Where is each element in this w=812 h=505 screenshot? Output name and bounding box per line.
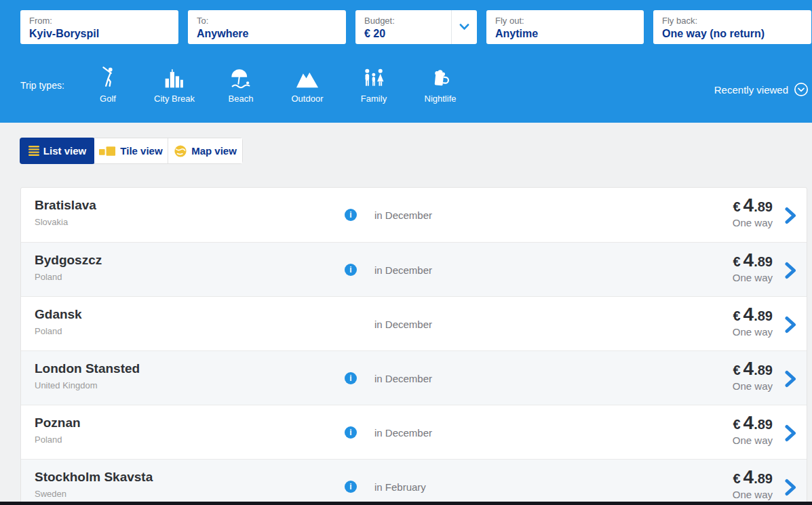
destination-row[interactable]: Gdansk Poland i in December €4.89 One wa…	[21, 296, 807, 350]
trip-type-label: Golf	[100, 94, 116, 104]
destination-city: London Stansted	[35, 361, 140, 376]
trip-type-city-break[interactable]: City Break	[141, 64, 208, 104]
budget-field[interactable]: Budget: € 20	[355, 10, 477, 44]
trip-type-label: Family	[361, 94, 387, 104]
destination-row[interactable]: Stockholm Skavsta Sweden i in February €…	[21, 459, 807, 505]
search-header: From: Kyiv-Boryspil To: Anywhere Budget:…	[0, 0, 812, 123]
travel-period: in December	[374, 209, 432, 221]
search-fields-row: From: Kyiv-Boryspil To: Anywhere Budget:…	[0, 0, 812, 44]
fare-type: One way	[733, 326, 773, 338]
fly-back-value: One way (no return)	[662, 28, 803, 40]
tile-icon	[99, 146, 116, 157]
nightlife-icon	[429, 64, 452, 89]
chevron-right-icon[interactable]	[785, 262, 796, 279]
destination-city: Bratislava	[35, 198, 96, 213]
budget-dropdown-button[interactable]	[451, 10, 477, 44]
destination-city: Bydgoszcz	[35, 253, 102, 268]
budget-label: Budget:	[364, 16, 442, 26]
to-label: To:	[197, 16, 337, 26]
price-block: €4.89 One way	[733, 195, 773, 228]
from-field[interactable]: From: Kyiv-Boryspil	[20, 10, 178, 44]
destination-country: United Kingdom	[35, 380, 140, 390]
destination-country: Poland	[35, 272, 102, 282]
travel-period: in December	[374, 373, 432, 384]
destination-row[interactable]: Poznan Poland i in December €4.89 One wa…	[21, 405, 807, 459]
travel-period: in December	[374, 264, 432, 276]
list-icon	[28, 146, 39, 156]
from-value: Kyiv-Boryspil	[29, 28, 170, 40]
beach-icon	[230, 64, 252, 89]
chevron-down-circle-icon	[794, 82, 809, 97]
info-icon[interactable]: i	[345, 264, 357, 276]
price: €4.89	[733, 358, 773, 380]
destination-row[interactable]: London Stansted United Kingdom i in Dece…	[21, 350, 807, 405]
trip-type-family[interactable]: Family	[341, 64, 407, 104]
price: €4.89	[733, 412, 773, 434]
chevron-right-icon[interactable]	[785, 479, 796, 496]
recently-viewed-label: Recently viewed	[714, 84, 788, 96]
trip-type-label: Beach	[229, 94, 254, 104]
to-field[interactable]: To: Anywhere	[188, 10, 346, 44]
info-icon[interactable]: i	[345, 209, 357, 221]
tab-label: Map view	[191, 145, 237, 157]
destination-country: Sweden	[35, 489, 153, 499]
price-block: €4.89 One way	[733, 249, 773, 283]
destination-country: Poland	[35, 326, 82, 336]
outdoor-icon	[296, 64, 319, 89]
chevron-right-icon[interactable]	[785, 370, 796, 388]
fare-type: One way	[733, 489, 773, 500]
destination-city: Gdansk	[35, 307, 82, 322]
destinations-list: Bratislava Slovakia i in December €4.89 …	[20, 187, 807, 505]
destination-row[interactable]: Bratislava Slovakia i in December €4.89 …	[21, 188, 807, 242]
recently-viewed-button[interactable]: Recently viewed	[714, 82, 809, 97]
price: €4.89	[733, 195, 773, 216]
to-value: Anywhere	[197, 28, 337, 40]
trip-type-golf[interactable]: Golf	[75, 64, 141, 104]
price-block: €4.89 One way	[733, 304, 773, 338]
tab-label: List view	[43, 145, 86, 157]
price: €4.89	[733, 249, 773, 271]
destination-country: Poland	[35, 435, 81, 445]
golf-icon	[96, 64, 119, 89]
from-label: From:	[29, 16, 170, 26]
trip-type-label: Nightlife	[425, 94, 457, 104]
info-icon[interactable]: i	[345, 481, 357, 493]
fare-type: One way	[733, 380, 773, 392]
fare-type: One way	[733, 272, 773, 283]
fly-out-value: Anytime	[495, 28, 635, 40]
tab-list-view[interactable]: List view	[20, 138, 95, 164]
info-icon[interactable]: i	[345, 426, 357, 439]
chevron-right-icon[interactable]	[785, 316, 796, 334]
price-block: €4.89 One way	[733, 412, 773, 446]
price-block: €4.89 One way	[733, 466, 773, 500]
tab-tile-view[interactable]: Tile view	[94, 138, 168, 163]
tab-map-view[interactable]: Map view	[168, 138, 242, 163]
fly-out-field[interactable]: Fly out: Anytime	[486, 10, 644, 44]
price: €4.89	[733, 304, 773, 325]
trip-types-label: Trip types:	[20, 80, 68, 91]
budget-value: € 20	[364, 28, 442, 40]
destination-country: Slovakia	[35, 217, 96, 227]
trip-type-outdoor[interactable]: Outdoor	[274, 64, 341, 104]
chevron-right-icon[interactable]	[785, 424, 796, 442]
city-break-icon	[163, 64, 185, 89]
trip-type-nightlife[interactable]: Nightlife	[407, 64, 473, 104]
travel-period: in February	[374, 481, 426, 493]
bottom-edge-bar	[0, 502, 812, 505]
fly-out-label: Fly out:	[495, 16, 635, 26]
trip-type-beach[interactable]: Beach	[208, 64, 274, 104]
chevron-right-icon[interactable]	[785, 207, 796, 224]
price: €4.89	[733, 466, 773, 488]
destination-row[interactable]: Bydgoszcz Poland i in December €4.89 One…	[21, 242, 807, 296]
trip-types-row: Trip types: Golf City Break	[0, 44, 812, 104]
trip-type-label: Outdoor	[292, 94, 324, 104]
destination-city: Poznan	[35, 416, 81, 430]
fare-type: One way	[733, 435, 773, 446]
fly-back-label: Fly back:	[662, 16, 803, 26]
info-icon[interactable]: i	[345, 372, 357, 384]
view-switcher: List view Tile view Map view	[20, 138, 243, 164]
family-icon	[363, 64, 385, 89]
map-globe-icon	[174, 144, 187, 158]
travel-period: in December	[374, 319, 432, 330]
fly-back-field[interactable]: Fly back: One way (no return)	[653, 10, 811, 44]
